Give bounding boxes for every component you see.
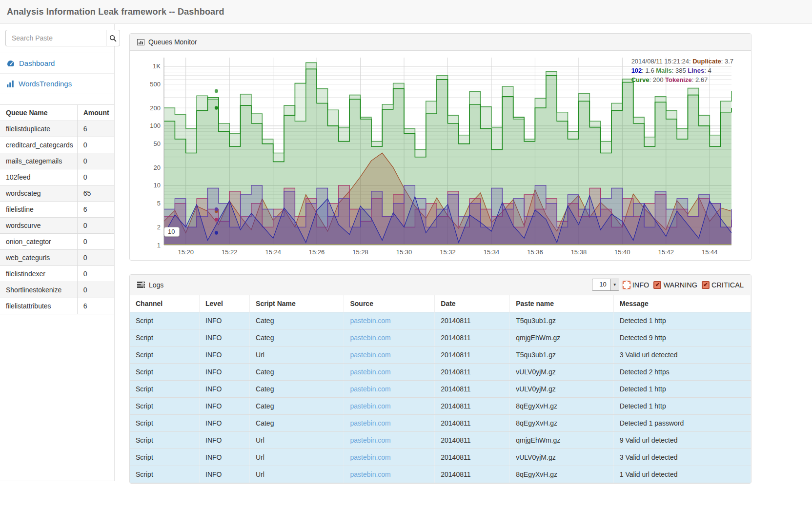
legend-segment: 2014/08/11 15:21:24: [631,58,693,65]
search-input[interactable] [5,30,106,46]
source-link[interactable]: pastebin.com [350,317,390,325]
source-link[interactable]: pastebin.com [350,436,390,444]
svg-text:15:30: 15:30 [396,248,412,256]
log-cell: 8qEgyXvH.gz [510,415,614,432]
svg-text:15:34: 15:34 [484,248,500,256]
page-size-select[interactable]: 10 ▼ [592,279,619,291]
log-cell: Url [250,466,344,483]
queue-cell: filelistline [0,202,77,218]
logs-column-header: Date [435,295,510,312]
svg-text:15:24: 15:24 [265,248,281,256]
logs-table: ChannelLevelScript NameSourceDatePaste n… [130,295,751,483]
queue-cell: 6 [77,298,114,314]
svg-text:15:20: 15:20 [178,248,194,256]
source-link[interactable]: pastebin.com [350,419,390,427]
log-cell: pastebin.com [344,398,435,415]
log-cell: Url [250,347,344,364]
log-cell: pastebin.com [344,466,435,483]
log-cell: INFO [200,312,250,329]
svg-text:100: 100 [150,122,161,129]
svg-text:5: 5 [157,200,161,207]
legend-segment: Curve [631,76,650,83]
log-cell: INFO [200,329,250,347]
sidebar-item-dashboard[interactable]: Dashboard [0,53,114,74]
log-filter-warning[interactable]: ✔WARNING [653,281,697,289]
log-row: ScriptINFOCategpastebin.com201408118qEgy… [130,415,751,432]
checked-checkbox-icon[interactable]: ✔ [702,281,710,289]
source-link[interactable]: pastebin.com [350,453,390,461]
log-cell: 20140811 [435,398,510,415]
log-cell: 9 Valid url detected [613,432,751,449]
panel-title: Queues Monitor [148,38,197,46]
checked-checkbox-icon[interactable]: ✔ [653,281,661,289]
svg-text:50: 50 [154,140,161,147]
log-cell: Detected 1 password [613,415,751,432]
chart-panel-icon [137,39,144,45]
legend-segment: : 1.6 [642,67,656,74]
log-cell: qmjgEhWm.gz [510,432,614,449]
log-cell: Script [130,398,200,415]
source-link[interactable]: pastebin.com [350,470,390,478]
queue-row: 102feed0 [0,169,114,185]
log-cell: Script [130,329,200,347]
log-filter-critical[interactable]: ✔CRITICAL [702,281,744,289]
queue-row: filelistattributes6 [0,298,114,314]
log-cell: 1 Valid url detected [613,466,751,483]
svg-text:200: 200 [150,104,161,112]
log-cell: T5qu3ub1.gz [510,312,614,329]
log-cell: 20140811 [435,415,510,432]
dashboard-icon [7,60,15,67]
svg-text:15:28: 15:28 [352,248,368,256]
queue-row: web_categurls0 [0,250,114,266]
unchecked-checkbox-icon[interactable] [623,281,630,289]
svg-text:15:32: 15:32 [440,248,456,256]
app-header: Analysis Information Leak framework -- D… [0,0,812,24]
log-cell: INFO [200,364,250,381]
legend-line: Curve: 200 Tokenize: 2.67 [631,75,733,84]
queue-row: Shortlinestokenize0 [0,282,114,298]
log-cell: 3 Valid url detected [613,347,751,364]
log-cell: 20140811 [435,364,510,381]
queue-row: filelistline6 [0,202,114,218]
log-cell: Url [250,432,344,449]
log-row: ScriptINFOCategpastebin.com201408118qEgy… [130,398,751,415]
sidebar-nav: Dashboard WordsTrendings [0,53,114,94]
log-cell: INFO [200,449,250,466]
legend-segment: : 385 [672,67,688,74]
source-link[interactable]: pastebin.com [350,368,390,376]
logs-column-header: Message [613,295,751,312]
queue-cell: 0 [77,218,114,234]
source-link[interactable]: pastebin.com [350,385,390,393]
source-link[interactable]: pastebin.com [350,351,390,359]
log-cell: 20140811 [435,381,510,398]
queue-cell: 0 [77,282,114,298]
queues-chart-canvas[interactable]: 15:2015:2215:2415:2615:2815:3015:3215:34… [142,54,746,259]
log-cell: Detected 1 http [613,398,751,415]
main-content: Queues Monitor 15:2015:2215:2415:2615:28… [115,24,812,510]
queue-cell: wordscurve [0,218,77,234]
log-row: ScriptINFOCategpastebin.com20140811qmjgE… [130,329,751,347]
queue-column-header: Queue Name [0,105,77,121]
log-row: ScriptINFOUrlpastebin.com20140811vULV0yj… [130,449,751,466]
queue-cell: 0 [77,250,114,266]
sidebar-item-wordstrendings[interactable]: WordsTrendings [0,74,114,94]
log-row: ScriptINFOCategpastebin.com20140811T5qu3… [130,312,751,329]
log-cell: qmjgEhWm.gz [510,329,614,347]
source-link[interactable]: pastebin.com [350,334,390,342]
log-cell: Detected 2 https [613,364,751,381]
queue-row: onion_categtor0 [0,234,114,250]
log-cell: Script [130,312,200,329]
page-size-value: 10 [592,279,610,290]
sidebar: Dashboard WordsTrendings Queue NameAmoun… [0,24,115,481]
svg-text:10: 10 [154,182,161,189]
legend-line: 102: 1.6 Mails: 385 Lines: 4 [631,66,733,75]
log-cell: vULV0yjM.gz [510,449,614,466]
svg-text:500: 500 [150,81,161,88]
log-cell: INFO [200,347,250,364]
source-link[interactable]: pastebin.com [350,402,390,410]
log-filter-info[interactable]: INFO [623,281,650,289]
legend-segment: Mails [656,67,672,74]
queue-cell: 0 [77,266,114,282]
search-row [0,24,114,53]
log-cell: Script [130,415,200,432]
